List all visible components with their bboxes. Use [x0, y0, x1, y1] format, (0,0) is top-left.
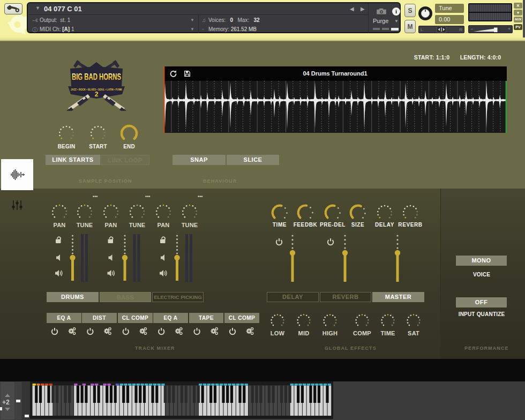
svg-text:•••: ••• — [93, 194, 98, 199]
svg-text:2: 2 — [95, 91, 99, 98]
svg-text:BIG BAD HORNS: BIG BAD HORNS — [72, 72, 121, 82]
svg-text:•••: ••• — [198, 194, 202, 199]
svg-text:•••: ••• — [145, 194, 150, 199]
